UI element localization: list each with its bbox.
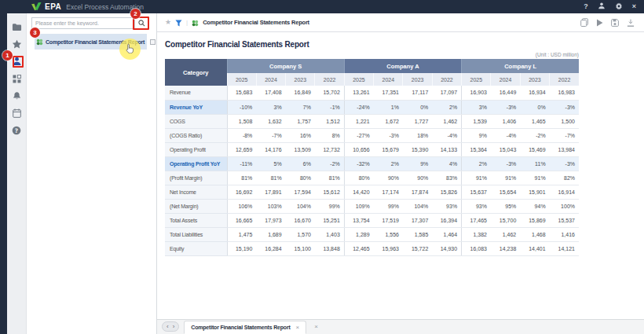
filter-funnel-icon[interactable] bbox=[175, 16, 182, 30]
settings-gear-icon[interactable] bbox=[615, 2, 623, 12]
table-cell: 14,401 bbox=[520, 241, 549, 255]
table-row: Revenue15,68317,40816,84915,70213,26117,… bbox=[165, 86, 579, 100]
table-cell: 17,307 bbox=[403, 213, 432, 227]
table-cell: 1,468 bbox=[520, 227, 549, 241]
table-cell: 17,351 bbox=[374, 86, 403, 100]
search-input[interactable] bbox=[31, 17, 134, 29]
table-cell: 1,465 bbox=[520, 114, 549, 128]
table-cell: 17,973 bbox=[256, 213, 285, 227]
sidebar-item-schedule[interactable] bbox=[11, 109, 22, 119]
row-label: Total Assets bbox=[165, 213, 227, 227]
table-row: (COGS Ratio)-8%-7%16%8%-27%-3%18%-4%9%-4… bbox=[165, 128, 579, 142]
navigation-tree-panel: Competitor Financial Statements Report bbox=[27, 13, 157, 334]
table-cell: -2% bbox=[520, 128, 549, 142]
tab-scroll-right-icon[interactable]: › bbox=[173, 324, 175, 330]
grid-icon bbox=[13, 72, 21, 86]
table-cell: 9% bbox=[403, 156, 432, 171]
table-cell: -10% bbox=[227, 100, 256, 114]
table-cell: 10,656 bbox=[344, 142, 373, 156]
table-cell: 1,221 bbox=[344, 114, 373, 128]
table-cell: 14,238 bbox=[491, 241, 520, 255]
table-row: Total Liabilities1,4751,6891,5701,4031,2… bbox=[165, 227, 579, 241]
table-cell: 1,585 bbox=[403, 227, 432, 241]
table-cell: 0% bbox=[520, 100, 549, 114]
table-cell: 1,689 bbox=[256, 227, 285, 241]
step1-highlight-box bbox=[13, 56, 24, 68]
year-header: 2022 bbox=[550, 73, 579, 86]
table-row: Operating Profit12,65914,17613,50912,732… bbox=[165, 142, 579, 156]
year-header: 2024 bbox=[256, 73, 285, 86]
table-cell: 15,100 bbox=[286, 241, 315, 255]
column-header-category: Category bbox=[165, 59, 227, 86]
close-icon[interactable]: × bbox=[632, 3, 636, 10]
year-header: 2025 bbox=[344, 73, 373, 86]
table-cell: 17,465 bbox=[462, 213, 491, 227]
table-cell: 17,408 bbox=[256, 86, 285, 100]
sidebar-item-apps[interactable] bbox=[11, 75, 22, 84]
year-header: 2024 bbox=[374, 73, 403, 86]
table-cell: 15,612 bbox=[315, 185, 344, 199]
table-cell: 82% bbox=[550, 171, 579, 185]
tab-close-icon[interactable]: × bbox=[296, 325, 300, 331]
table-cell: 15,654 bbox=[491, 185, 520, 199]
main-panel: ★ | Competitor Financial Statements Repo… bbox=[157, 13, 644, 334]
table-cell: 1,727 bbox=[403, 114, 432, 128]
table-cell: -1% bbox=[315, 100, 344, 114]
svg-text:?: ? bbox=[15, 127, 18, 134]
table-cell: 3% bbox=[462, 100, 491, 114]
download-icon[interactable] bbox=[627, 19, 635, 27]
user-icon[interactable] bbox=[598, 2, 606, 11]
table-cell: 91% bbox=[491, 171, 520, 185]
table-cell: 17,117 bbox=[403, 86, 432, 100]
question-circle-icon: ? bbox=[12, 124, 21, 138]
group-header-company-s: Company S bbox=[227, 59, 344, 73]
table-cell: 15,390 bbox=[403, 142, 432, 156]
header-actions: ? × bbox=[584, 2, 636, 12]
search-bar bbox=[31, 17, 148, 29]
sidebar-item-documents[interactable] bbox=[11, 23, 22, 32]
table-cell: 17,519 bbox=[374, 213, 403, 227]
table-row: Revenue YoY-10%3%7%-1%-24%1%0%2%3%-3%0%-… bbox=[165, 100, 579, 114]
table-cell: -3% bbox=[491, 156, 520, 171]
table-cell: 17,097 bbox=[432, 86, 461, 100]
table-cell: 94% bbox=[520, 199, 549, 213]
table-cell: 8% bbox=[315, 128, 344, 142]
copy-document-icon[interactable] bbox=[580, 18, 588, 27]
table-cell: 1% bbox=[374, 100, 403, 114]
table-cell: 16,665 bbox=[227, 213, 256, 227]
table-cell: 93% bbox=[432, 199, 461, 213]
tab-scroll-left-icon[interactable]: ‹ bbox=[166, 324, 169, 330]
table-cell: 15,679 bbox=[374, 142, 403, 156]
year-header: 2025 bbox=[227, 73, 256, 86]
table-cell: 103% bbox=[256, 199, 285, 213]
table-cell: 15,683 bbox=[227, 86, 256, 100]
table-cell: -7% bbox=[256, 128, 285, 142]
step2-badge: 2 bbox=[130, 9, 141, 19]
table-cell: 13,754 bbox=[344, 213, 373, 227]
table-cell: 106% bbox=[227, 199, 256, 213]
year-header: 2022 bbox=[315, 73, 344, 86]
run-play-icon[interactable] bbox=[596, 19, 603, 27]
tab-scroll-controls: ‹ › bbox=[162, 321, 179, 332]
table-cell: 91% bbox=[520, 171, 549, 185]
tab-report[interactable]: Competitor Financial Statements Report × bbox=[184, 321, 306, 334]
close-all-tabs-icon[interactable]: × bbox=[314, 324, 318, 330]
table-cell: 13,984 bbox=[550, 142, 579, 156]
help-icon[interactable]: ? bbox=[584, 3, 588, 10]
table-cell: -4% bbox=[432, 128, 461, 142]
row-label: (Profit Margin) bbox=[165, 171, 227, 185]
clipboard-icon bbox=[13, 107, 21, 121]
sidebar-item-help[interactable]: ? bbox=[11, 127, 22, 136]
tree-item-menu-box[interactable] bbox=[150, 39, 156, 45]
sidebar-item-notifications[interactable] bbox=[11, 92, 22, 101]
table-cell: 2% bbox=[374, 156, 403, 171]
brand-name: EPA bbox=[45, 2, 61, 11]
table-cell: 1,462 bbox=[432, 114, 461, 128]
main-toolbar: ★ | Competitor Financial Statements Repo… bbox=[157, 13, 644, 32]
save-icon[interactable] bbox=[611, 19, 619, 27]
sidebar-item-favorites[interactable] bbox=[11, 40, 22, 50]
favorite-star-icon[interactable]: ★ bbox=[165, 19, 171, 26]
table-cell: -3% bbox=[491, 100, 520, 114]
table-cell: 15,869 bbox=[520, 213, 549, 227]
table-cell: -3% bbox=[550, 156, 579, 171]
